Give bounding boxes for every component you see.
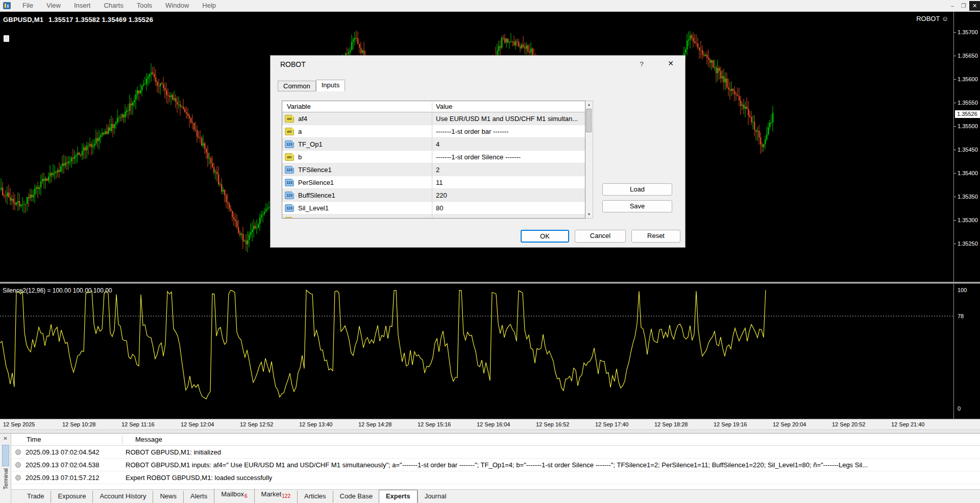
tab-label: Code Base	[340, 492, 373, 500]
input-row-b[interactable]: abb-------1-st order Silence -------	[282, 151, 585, 163]
scroll-thumb[interactable]	[586, 109, 592, 132]
scroll-down-icon[interactable]: ▼	[585, 211, 593, 218]
indicator-axis-label: 100	[958, 287, 967, 293]
menu-item-tools[interactable]: Tools	[130, 0, 159, 11]
string-param-icon: ab	[285, 217, 294, 219]
log-entry-icon	[15, 475, 21, 481]
menu-items: FileViewInsertChartsToolsWindowHelp	[16, 0, 223, 11]
column-header-variable[interactable]: Variable	[282, 103, 432, 110]
number-param-icon: 123	[285, 204, 294, 212]
menu-item-insert[interactable]: Insert	[67, 0, 97, 11]
input-row-Sil_Level1[interactable]: 123Sil_Level180	[282, 202, 585, 214]
tab-code-base[interactable]: Code Base	[333, 491, 379, 503]
current-price-box: 1.35526	[955, 110, 980, 118]
menu-item-help[interactable]: Help	[195, 0, 223, 11]
chart-title: GBPUSD,M11.35517 1.35582 1.35469 1.35526	[3, 16, 153, 23]
input-value-cell[interactable]: -------Legs Silence -------	[432, 214, 585, 219]
menu-item-window[interactable]: Window	[159, 0, 195, 11]
tab-experts[interactable]: Experts	[379, 490, 418, 503]
tab-exposure[interactable]: Exposure	[51, 491, 92, 503]
input-value-cell[interactable]: 80	[432, 202, 585, 214]
tab-journal[interactable]: Journal	[418, 491, 453, 503]
terminal-log-row[interactable]: 2025.09.13 07:02:04.542ROBOT GBPUSD,M1: …	[11, 446, 980, 459]
price-tick	[954, 220, 956, 221]
inputs-table-header: Variable Value	[282, 101, 585, 112]
number-param-icon: 123	[285, 166, 294, 174]
input-row-a[interactable]: aba-------1-st order bar -------	[282, 125, 585, 138]
input-value-cell[interactable]: 220	[432, 189, 585, 201]
number-param-icon: 123	[285, 191, 294, 199]
dialog-titlebar[interactable]: ROBOT ? ✕	[271, 56, 685, 73]
input-variable-name: a	[298, 128, 302, 135]
terminal-log-row[interactable]: 2025.09.13 07:01:57.212Expert ROBOT GBPU…	[11, 471, 980, 484]
help-icon[interactable]: ?	[637, 60, 646, 68]
terminal-scroll-mark[interactable]	[2, 445, 9, 466]
metatrader-window: FileViewInsertChartsToolsWindowHelp – ❐ …	[0, 0, 980, 503]
ok-button[interactable]: OK	[521, 230, 569, 243]
input-value-cell[interactable]: -------1-st order Silence -------	[432, 151, 585, 163]
input-value-cell[interactable]: 2	[432, 163, 585, 176]
terminal-panel: ✕ Terminal Time Message 2025.09.13 07:02…	[0, 434, 980, 503]
string-param-icon: ab	[285, 128, 294, 135]
price-axis[interactable]: 1.357001.356501.356001.355501.355001.354…	[953, 12, 980, 419]
save-button[interactable]: Save	[602, 200, 672, 212]
price-tick	[954, 79, 956, 80]
input-variable-name: b	[298, 153, 302, 161]
input-value-cell[interactable]: Use EUR/USD M1 and USD/CHF M1 simultan..…	[432, 112, 585, 125]
scroll-up-icon[interactable]: ▲	[585, 101, 593, 108]
reset-button[interactable]: Reset	[631, 230, 680, 243]
input-variable-name: TFSilence1	[298, 166, 332, 174]
dialog-title: ROBOT	[280, 60, 306, 68]
input-row-TF_Op1[interactable]: 123TF_Op14	[282, 138, 585, 151]
menu-bar: FileViewInsertChartsToolsWindowHelp – ❐ …	[0, 0, 980, 12]
column-header-message[interactable]: Message	[122, 436, 162, 443]
tab-common[interactable]: Common	[278, 81, 316, 91]
price-axis-label: 1.35450	[958, 147, 978, 153]
tab-account-history[interactable]: Account History	[92, 491, 153, 503]
input-variable-name: BuffSilence1	[298, 191, 335, 199]
time-axis-label: 12 Sep 19:16	[714, 421, 747, 427]
input-row-PerSilence1[interactable]: 123PerSilence111	[282, 176, 585, 189]
robot-inputs-dialog: ROBOT ? ✕ CommonInputs Variable Value ab…	[270, 55, 685, 248]
log-time: 2025.09.13 07:02:04.542	[26, 448, 122, 456]
string-param-icon: ab	[285, 153, 294, 161]
input-row-ñ[interactable]: abñ-------Legs Silence -------	[282, 214, 585, 219]
tab-inputs[interactable]: Inputs	[316, 80, 345, 91]
column-header-time[interactable]: Time	[11, 435, 122, 444]
terminal-close-icon[interactable]: ✕	[3, 436, 7, 442]
one-click-trading-icon[interactable]	[4, 35, 9, 42]
terminal-log-row[interactable]: 2025.09.13 07:02:04.538ROBOT GBPUSD,M1 i…	[11, 459, 980, 471]
inputs-table-scrollbar[interactable]: ▲ ▼	[585, 101, 593, 219]
menu-item-file[interactable]: File	[16, 0, 40, 11]
tab-articles[interactable]: Articles	[297, 491, 333, 503]
input-row-TFSilence1[interactable]: 123TFSilence12	[282, 163, 585, 176]
input-row-BuffSilence1[interactable]: 123BuffSilence1220	[282, 189, 585, 202]
cancel-button[interactable]: Cancel	[575, 230, 626, 243]
tab-label: Exposure	[58, 492, 86, 500]
input-row-af4[interactable]: abaf4Use EUR/USD M1 and USD/CHF M1 simul…	[282, 112, 585, 125]
dialog-close-icon[interactable]: ✕	[665, 59, 676, 67]
load-button[interactable]: Load	[602, 183, 672, 196]
tab-news[interactable]: News	[153, 491, 183, 503]
minimize-icon[interactable]: –	[947, 0, 958, 11]
close-icon[interactable]: ✕	[969, 1, 980, 11]
restore-icon[interactable]: ❐	[958, 0, 969, 11]
price-axis-label: 1.35500	[958, 123, 978, 129]
time-axis[interactable]: 12 Sep 202512 Sep 10:2812 Sep 11:1612 Se…	[0, 419, 980, 429]
input-value-cell[interactable]: 4	[432, 138, 585, 150]
time-axis-label: 12 Sep 2025	[3, 421, 35, 427]
menu-item-view[interactable]: View	[40, 0, 67, 11]
input-value-cell[interactable]: 11	[432, 176, 585, 188]
price-axis-label: 1.35400	[958, 170, 978, 176]
metatrader-icon[interactable]	[3, 2, 11, 9]
panel-sizer[interactable]	[0, 429, 980, 434]
tab-market[interactable]: Market122	[254, 489, 297, 503]
tab-alerts[interactable]: Alerts	[183, 491, 214, 503]
silence-indicator-chart[interactable]	[0, 284, 953, 419]
column-header-value[interactable]: Value	[432, 103, 585, 111]
tab-trade[interactable]: Trade	[20, 491, 51, 503]
tab-mailbox[interactable]: Mailbox6	[214, 489, 254, 503]
menu-item-charts[interactable]: Charts	[97, 0, 130, 11]
price-axis-label: 1.35300	[958, 217, 978, 223]
input-value-cell[interactable]: -------1-st order bar -------	[432, 125, 585, 137]
